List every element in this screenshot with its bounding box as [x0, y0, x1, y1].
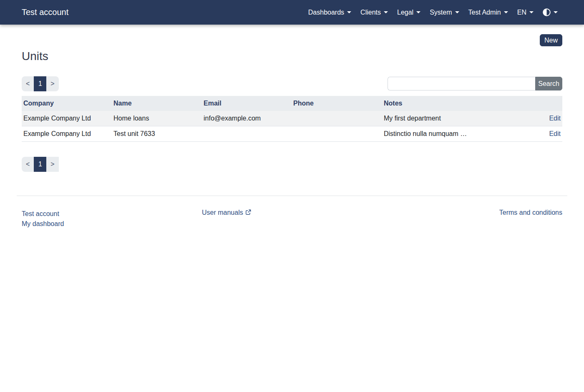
nav-item-label: System — [430, 9, 452, 16]
cell-notes: Distinctio nulla numquam … — [382, 126, 524, 142]
chevron-down-icon — [554, 11, 558, 13]
cell-email — [202, 126, 292, 142]
external-link-icon — [245, 209, 251, 215]
new-button[interactable]: New — [540, 34, 562, 46]
column-header-company: Company — [22, 96, 112, 111]
nav-item-label: Legal — [397, 9, 413, 16]
cell-name: Home loans — [112, 111, 202, 126]
cell-notes: My first department — [382, 111, 524, 126]
nav-item-label: EN — [517, 9, 526, 16]
table-row: Example Company Ltd Home loans info@exam… — [22, 111, 562, 126]
pagination-page-1[interactable]: 1 — [34, 76, 46, 91]
pagination-top: < 1 > — [22, 76, 59, 91]
pagination-next[interactable]: > — [46, 157, 58, 172]
cell-company: Example Company Ltd — [22, 111, 112, 126]
footer-dashboard-link[interactable]: My dashboard — [22, 219, 202, 229]
cell-phone — [292, 111, 382, 126]
edit-link[interactable]: Edit — [549, 115, 561, 122]
nav-item-clients[interactable]: Clients — [356, 5, 393, 20]
nav-item-legal[interactable]: Legal — [393, 5, 425, 20]
footer-manuals-link[interactable]: User manuals — [202, 209, 251, 216]
search-input[interactable] — [388, 77, 535, 90]
main-content: New Units < 1 > Search Company Name Emai… — [22, 25, 562, 172]
table-header: Company Name Email Phone Notes — [22, 96, 562, 111]
controls-row: < 1 > Search — [22, 76, 562, 91]
navbar-brand[interactable]: Test account — [22, 8, 68, 17]
cell-company: Example Company Ltd — [22, 126, 112, 142]
column-header-notes: Notes — [382, 96, 524, 111]
cell-name: Test unit 7633 — [112, 126, 202, 142]
footer-account-link[interactable]: Test account — [22, 209, 202, 219]
column-header-phone: Phone — [292, 96, 382, 111]
footer-right: Terms and conditions — [382, 209, 562, 229]
chevron-down-icon — [529, 11, 534, 13]
pagination-bottom: < 1 > — [22, 157, 562, 172]
pagination-page-1[interactable]: 1 — [34, 157, 46, 172]
nav-item-label: Clients — [360, 9, 381, 16]
search-group: Search — [388, 77, 562, 90]
chevron-down-icon — [384, 11, 388, 13]
edit-link[interactable]: Edit — [549, 130, 561, 137]
nav-item-label: Test Admin — [468, 9, 501, 16]
footer-center: User manuals — [202, 209, 382, 229]
toolbar: New — [22, 25, 562, 46]
footer-left-links: Test account My dashboard — [22, 209, 202, 229]
pagination-prev[interactable]: < — [22, 76, 34, 91]
circle-half-icon — [543, 8, 551, 16]
cell-email: info@example.com — [202, 111, 292, 126]
nav-item-label: Dashboards — [308, 9, 344, 16]
navbar: Test account Dashboards Clients Legal Sy… — [0, 0, 584, 25]
nav-item-test-admin[interactable]: Test Admin — [464, 5, 513, 20]
nav-item-system[interactable]: System — [425, 5, 463, 20]
column-header-actions — [524, 96, 562, 111]
chevron-down-icon — [504, 11, 508, 13]
footer-manuals-label: User manuals — [202, 209, 243, 216]
pagination-next[interactable]: > — [46, 76, 58, 91]
chevron-down-icon — [416, 11, 420, 13]
pagination-prev[interactable]: < — [22, 157, 34, 172]
cell-phone — [292, 126, 382, 142]
nav-item-dashboards[interactable]: Dashboards — [304, 5, 356, 20]
nav-item-language[interactable]: EN — [513, 5, 538, 20]
search-button[interactable]: Search — [535, 77, 562, 90]
page-title: Units — [22, 49, 562, 63]
column-header-email: Email — [202, 96, 292, 111]
chevron-down-icon — [347, 11, 351, 13]
theme-toggle[interactable] — [538, 5, 562, 20]
footer: Test account My dashboard User manuals T… — [17, 196, 567, 229]
units-table: Company Name Email Phone Notes Example C… — [22, 96, 562, 142]
navbar-menu: Dashboards Clients Legal System Test Adm… — [304, 5, 562, 20]
column-header-name: Name — [112, 96, 202, 111]
footer-terms-link[interactable]: Terms and conditions — [499, 209, 562, 216]
table-row: Example Company Ltd Test unit 7633 Disti… — [22, 126, 562, 142]
chevron-down-icon — [455, 11, 459, 13]
